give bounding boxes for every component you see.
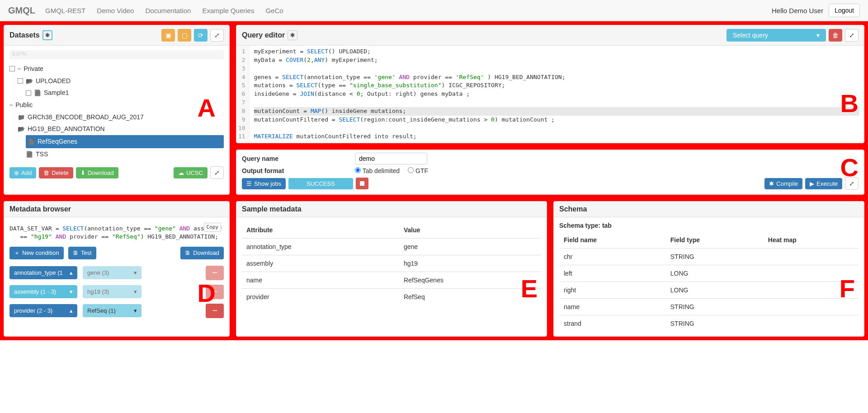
table-row: nameSTRING bbox=[559, 299, 859, 315]
fullscreen-icon[interactable]: ⤢ bbox=[845, 29, 859, 42]
expand-all-button[interactable]: ▢ bbox=[178, 29, 191, 42]
delete-button[interactable]: 🗑 Delete bbox=[39, 167, 73, 178]
show-jobs-button[interactable]: ☰ Show jobs bbox=[242, 178, 286, 189]
file-icon bbox=[34, 87, 41, 99]
remove-condition-button[interactable]: − bbox=[206, 285, 224, 299]
tree-uploaded[interactable]: UPLOADED bbox=[18, 75, 224, 87]
metadata-browser-title: Metadata browser bbox=[9, 205, 71, 213]
compile-button[interactable]: ✱ Compile bbox=[764, 178, 802, 189]
nav-gmql-rest[interactable]: GMQL-REST bbox=[45, 7, 85, 14]
schema-panel: Schema Schema type: tab Field nameField … bbox=[553, 201, 864, 337]
tree-public[interactable]: —Public bbox=[9, 99, 224, 111]
schema-type-label: Schema type: tab bbox=[559, 222, 859, 229]
greeting-text: Hello Demo User bbox=[772, 7, 823, 14]
radio-tab[interactable]: Tab delimited bbox=[355, 167, 400, 174]
editor-code[interactable]: myExperiment = SELECT() UPLOADED; myData… bbox=[250, 46, 864, 143]
chevron-down-icon: ▾ bbox=[134, 288, 137, 295]
new-condition-button[interactable]: ＋ New condition bbox=[9, 247, 64, 259]
datasets-panel: Datasets ✱ ▣ ▢ ⟳ ⤢ 0.07% —Private UPLOAD… bbox=[4, 25, 230, 195]
progress-bar: 0.07% bbox=[9, 50, 224, 59]
delete-query-button[interactable]: 🗑 bbox=[829, 29, 842, 42]
file-icon bbox=[26, 148, 33, 160]
test-button[interactable]: 🗎 Test bbox=[68, 247, 96, 259]
output-format-label: Output format bbox=[242, 167, 355, 174]
query-editor-title: Query editor bbox=[242, 31, 285, 39]
schema-title: Schema bbox=[559, 205, 587, 213]
query-editor-panel: Query editor ✱ Select query▾ 🗑 ⤢ 1234567… bbox=[236, 25, 864, 143]
table-row: rightLONG bbox=[559, 282, 859, 299]
table-row: strandSTRING bbox=[559, 315, 859, 332]
chevron-down-icon: ▾ bbox=[70, 288, 73, 295]
editor-gutter: 1234567891011 bbox=[236, 46, 250, 143]
add-button[interactable]: ⊕ Add bbox=[9, 167, 36, 178]
copy-button[interactable]: Copy bbox=[204, 223, 222, 231]
query-name-input[interactable] bbox=[355, 153, 427, 164]
brand: GMQL bbox=[8, 5, 35, 16]
download-button[interactable]: ⬇ Download bbox=[76, 167, 118, 178]
sample-metadata-panel: Sample metadata AttributeValue annotatio… bbox=[236, 201, 547, 337]
cond-val-refseq[interactable]: RefSeq (1)▾ bbox=[83, 304, 142, 317]
cond-val-gene[interactable]: gene (3)▾ bbox=[83, 266, 142, 279]
fullscreen-icon[interactable]: ⤢ bbox=[845, 177, 859, 190]
cond-key-annotation-type[interactable]: annotation_type (1▴ bbox=[9, 266, 77, 279]
remove-condition-button[interactable]: − bbox=[206, 304, 224, 318]
logout-button[interactable]: Logout bbox=[829, 4, 860, 17]
dataset-tree: —Private UPLOADED Sample1 —Public GRCh38… bbox=[9, 63, 224, 160]
folder-icon bbox=[18, 123, 25, 135]
table-row: chrSTRING bbox=[559, 249, 859, 265]
folder-icon bbox=[18, 111, 25, 123]
cond-key-assembly[interactable]: assembly (1 - 3)▾ bbox=[9, 285, 77, 298]
refresh-button[interactable]: ⟳ bbox=[194, 29, 208, 42]
nav-demo-video[interactable]: Demo Video bbox=[97, 7, 134, 14]
metadata-query-text: DATA_SET_VAR = SELECT(annotation_type ==… bbox=[9, 222, 224, 246]
download-metadata-button[interactable]: 🗎 Download bbox=[180, 247, 224, 259]
query-name-label: Query name bbox=[242, 155, 355, 162]
nav-example-queries[interactable]: Example Queries bbox=[202, 7, 254, 14]
nav-documentation[interactable]: Documentation bbox=[145, 7, 191, 14]
stop-button[interactable] bbox=[356, 178, 368, 189]
table-row: nameRefSeqGenes bbox=[242, 272, 541, 289]
folder-icon bbox=[26, 75, 33, 87]
main-grid: Datasets ✱ ▣ ▢ ⟳ ⤢ 0.07% —Private UPLOAD… bbox=[0, 21, 868, 340]
execute-button[interactable]: ▶ Execute bbox=[805, 178, 842, 189]
radio-gtf[interactable]: GTF bbox=[408, 167, 428, 174]
fullscreen-icon[interactable]: ⤢ bbox=[210, 166, 224, 179]
tree-tss[interactable]: TSS bbox=[26, 148, 224, 160]
tree-ds2[interactable]: HG19_BED_ANNOTATION bbox=[18, 123, 224, 135]
status-badge: SUCCESS bbox=[288, 178, 353, 189]
nav-geco[interactable]: GeCo bbox=[265, 7, 283, 14]
chevron-down-icon: ▾ bbox=[816, 32, 820, 39]
tree-sample1[interactable]: Sample1 bbox=[26, 87, 224, 99]
tree-private[interactable]: —Private bbox=[9, 63, 224, 75]
table-row: assemblyhg19 bbox=[242, 255, 541, 272]
sample-metadata-table: AttributeValue annotation_typegene assem… bbox=[242, 222, 541, 305]
fullscreen-icon[interactable]: ⤢ bbox=[210, 29, 224, 42]
sample-metadata-title: Sample metadata bbox=[242, 205, 302, 213]
select-query-dropdown[interactable]: Select query▾ bbox=[726, 29, 826, 42]
query-controls-panel: Query name Output format Tab delimited G… bbox=[236, 150, 864, 195]
remove-condition-button[interactable]: − bbox=[206, 266, 224, 280]
datasets-title: Datasets bbox=[9, 31, 40, 39]
cond-val-hg19[interactable]: hg19 (3)▾ bbox=[83, 285, 142, 298]
code-editor[interactable]: 1234567891011 myExperiment = SELECT() UP… bbox=[236, 46, 864, 143]
chevron-up-icon: ▴ bbox=[70, 269, 73, 276]
table-row: providerRefSeq bbox=[242, 289, 541, 305]
metadata-browser-panel: Metadata browser DATA_SET_VAR = SELECT(a… bbox=[4, 201, 230, 337]
top-navbar: GMQL GMQL-REST Demo Video Documentation … bbox=[0, 0, 868, 21]
collapse-all-button[interactable]: ▣ bbox=[161, 29, 175, 42]
table-row: leftLONG bbox=[559, 265, 859, 282]
chevron-down-icon: ▾ bbox=[134, 307, 137, 314]
gear-icon[interactable]: ✱ bbox=[42, 30, 52, 40]
cond-key-provider[interactable]: provider (2 - 3)▴ bbox=[9, 304, 77, 317]
tree-ds1[interactable]: GRCh38_ENCODE_BROAD_AUG_2017 bbox=[18, 111, 224, 123]
gear-icon[interactable]: ✱ bbox=[288, 30, 297, 40]
table-row: annotation_typegene bbox=[242, 239, 541, 255]
tree-refseqgenes[interactable]: RefSeqGenes bbox=[26, 135, 224, 148]
chevron-up-icon: ▴ bbox=[70, 307, 73, 314]
chevron-down-icon: ▾ bbox=[134, 269, 137, 276]
file-icon bbox=[28, 136, 35, 148]
schema-table: Field nameField typeHeat map chrSTRING l… bbox=[559, 232, 859, 332]
ucsc-button[interactable]: ☁ UCSC bbox=[174, 167, 208, 178]
